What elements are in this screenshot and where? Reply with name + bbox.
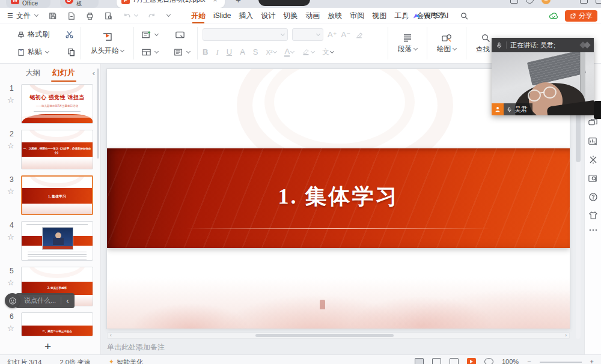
highlight-color-icon[interactable]: [302, 48, 310, 56]
slide-item-2[interactable]: 2 ☆ 一、习思想，悟理论——学习《习近平：必须坚持自信自立》: [0, 130, 96, 169]
panel-scrollbar[interactable]: [97, 68, 99, 159]
restore-window-icon[interactable]: [580, 0, 588, 4]
undo-icon[interactable]: [123, 11, 132, 20]
ribbon-more-chevron[interactable]: [166, 13, 171, 17]
undo-options-chevron[interactable]: [134, 13, 138, 17]
playback-speed[interactable]: 2.0倍 变速: [59, 358, 90, 364]
zoom-out-button[interactable]: −: [527, 358, 531, 364]
slide-title-banner[interactable]: 1. 集体学习: [107, 148, 570, 248]
slide-thumbnail[interactable]: 一、习思想，悟理论——学习《习近平：必须坚持自信自立》: [21, 130, 93, 169]
star-icon[interactable]: ☆: [7, 324, 14, 333]
reading-view-button[interactable]: [450, 358, 459, 364]
star-icon[interactable]: ☆: [7, 141, 14, 150]
save-icon[interactable]: [48, 11, 57, 20]
text-effects-button[interactable]: 文: [322, 47, 329, 57]
cloud-saved-icon[interactable]: [549, 11, 559, 20]
drawing-button[interactable]: 绘图: [432, 33, 461, 53]
slide-sorter-view-button[interactable]: [432, 358, 441, 364]
paste-button[interactable]: 粘贴: [14, 46, 51, 58]
bold-button[interactable]: B: [203, 47, 208, 56]
outline-tab[interactable]: 大纲: [25, 68, 40, 78]
star-icon[interactable]: ☆: [7, 96, 14, 105]
chat-input[interactable]: 说点什么...: [24, 296, 56, 305]
slide-layout-button[interactable]: [139, 47, 160, 58]
close-window-icon[interactable]: [596, 0, 601, 4]
design-check-icon[interactable]: [588, 174, 598, 183]
microphone-icon[interactable]: [496, 41, 502, 49]
strikethrough-button[interactable]: A: [240, 47, 245, 56]
tab-wps-home[interactable]: W WPS Office: [6, 0, 50, 8]
smart-beautify-button[interactable]: ✦智能美化: [109, 358, 143, 364]
star-icon[interactable]: ☆: [7, 278, 14, 287]
star-icon[interactable]: ☆: [7, 187, 14, 196]
notes-placeholder[interactable]: 单击此处添加备注: [107, 342, 165, 353]
tools-wand-icon[interactable]: [588, 155, 598, 165]
underline-button[interactable]: U: [227, 47, 232, 56]
add-slide-button[interactable]: +: [0, 340, 96, 353]
slides-tab[interactable]: 幻灯片: [52, 68, 75, 78]
export-doc-icon[interactable]: [67, 11, 76, 20]
ribbon-tab-home[interactable]: 开始: [191, 8, 206, 23]
format-painter-button[interactable]: 格式刷: [14, 28, 52, 41]
tab-docer-templates[interactable]: D 稻壳模板: [60, 0, 99, 8]
download-status-icon[interactable]: [526, 0, 534, 4]
collapse-panel-icon[interactable]: ‹: [93, 68, 95, 77]
clear-format-icon[interactable]: [355, 31, 364, 39]
ribbon-tab-design[interactable]: 设计: [261, 8, 275, 23]
window-layout-icon[interactable]: [510, 0, 518, 4]
chart-edit-icon[interactable]: [588, 136, 598, 146]
horizontal-scroll-thumb[interactable]: [255, 334, 394, 337]
horizontal-scrollbar[interactable]: ‹ ›: [107, 332, 570, 339]
slide-thumbnail[interactable]: 铭初心 强党性 话担当 ——幼儿园党支部7月主题党日活动: [21, 84, 93, 124]
slide-item-3-selected[interactable]: 3 ☆ 1. 集体学习: [0, 175, 96, 215]
zoom-in-button[interactable]: +: [590, 358, 594, 364]
search-icon[interactable]: [460, 11, 469, 20]
slide-title-text[interactable]: 1. 集体学习: [107, 182, 570, 211]
emoji-button[interactable]: [5, 293, 20, 308]
hamburger-menu-icon[interactable]: ☰: [7, 12, 13, 20]
meeting-video-overlay[interactable]: 正在讲话: 吴君; 吴君: [492, 38, 594, 115]
play-from-start-button[interactable]: 从头开始: [86, 31, 129, 55]
normal-view-button[interactable]: [415, 358, 424, 364]
ribbon-tab-view[interactable]: 视图: [372, 8, 386, 23]
ribbon-tab-slideshow[interactable]: 放映: [328, 8, 342, 23]
shrink-font-button[interactable]: A⁻: [341, 30, 351, 39]
copy-icon[interactable]: [67, 47, 76, 56]
grow-font-button[interactable]: A⁺: [328, 30, 337, 39]
zoom-slider[interactable]: [540, 362, 582, 363]
font-size-select[interactable]: [292, 28, 323, 41]
ribbon-tab-transition[interactable]: 切换: [283, 8, 297, 23]
presenter-view-icon[interactable]: [175, 31, 185, 39]
fit-to-window-button[interactable]: [484, 358, 493, 364]
slide-checklist-button[interactable]: [171, 47, 192, 58]
print-icon[interactable]: [85, 11, 94, 20]
print-preview-icon[interactable]: [104, 11, 113, 20]
account-avatar[interactable]: [542, 0, 551, 4]
ribbon-tab-islide[interactable]: iSlide: [213, 8, 231, 23]
new-slide-button[interactable]: [139, 29, 160, 40]
slide-thumbnail[interactable]: 1. 集体学习: [21, 175, 93, 215]
slide-thumbnail[interactable]: [21, 221, 93, 261]
font-family-select[interactable]: [203, 28, 288, 41]
help-icon[interactable]: [588, 192, 598, 202]
skin-theme-icon[interactable]: [588, 211, 598, 220]
meeting-panel-handle[interactable]: [594, 101, 601, 119]
slide-item-1[interactable]: 1 ☆ 铭初心 强党性 话担当 ——幼儿园党支部7月主题党日活动: [0, 84, 96, 124]
new-tab-button[interactable]: +: [236, 0, 241, 5]
more-tools-icon[interactable]: [589, 229, 597, 231]
redo-icon[interactable]: [147, 11, 156, 20]
ribbon-tab-animation[interactable]: 动画: [305, 8, 320, 23]
font-color-button[interactable]: A: [284, 47, 290, 57]
wps-ai-button[interactable]: WPS AI: [424, 11, 448, 20]
share-button[interactable]: 分享: [565, 10, 597, 22]
ribbon-tab-insert[interactable]: 插入: [239, 8, 253, 23]
italic-button[interactable]: I: [216, 47, 218, 57]
superscript-button[interactable]: X²: [266, 49, 272, 56]
close-tab-icon[interactable]: ×: [213, 0, 217, 4]
tab-document-active[interactable]: P 7月主题党日活动(1).pptx ×: [117, 0, 225, 8]
star-icon[interactable]: ☆: [7, 232, 14, 241]
vertical-scroll-thumb[interactable]: [576, 109, 581, 162]
scroll-right-arrow[interactable]: ›: [565, 333, 567, 338]
slide-item-4[interactable]: 4 ☆: [0, 221, 96, 261]
file-menu[interactable]: 文件: [16, 11, 31, 21]
